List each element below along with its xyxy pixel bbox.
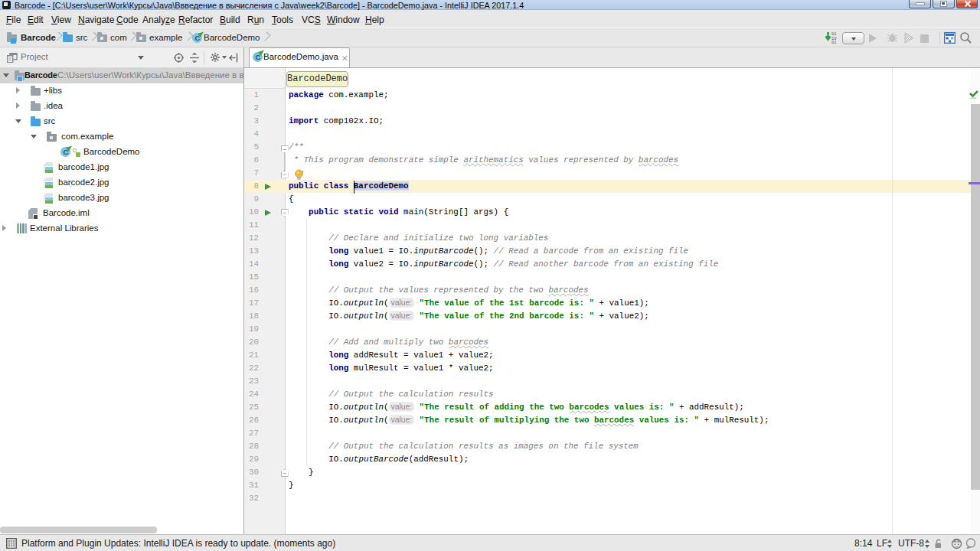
svg-text:01: 01 — [831, 41, 836, 44]
